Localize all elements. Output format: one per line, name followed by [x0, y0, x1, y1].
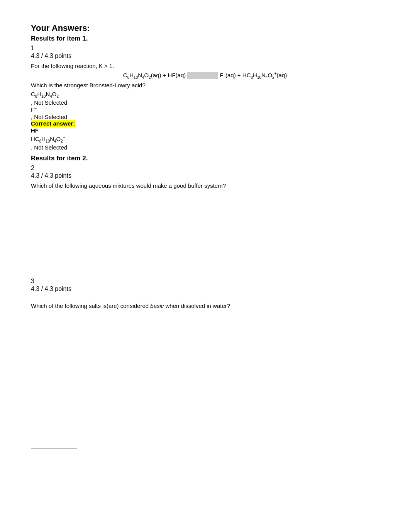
item-1-heading: Results for item 1.: [31, 35, 379, 42]
item-3-points: 4.3 / 4.3 points: [31, 286, 379, 292]
reaction-right: F–(aq) + HC8H10N4O2+(aq): [220, 71, 287, 80]
item-2-number: 2: [31, 165, 379, 172]
correct-answer-line: Correct answer:: [31, 120, 379, 127]
item-2-heading: Results for item 2.: [31, 155, 379, 162]
item-1-points: 4.3 / 4.3 points: [31, 53, 379, 59]
item-2-points: 4.3 / 4.3 points: [31, 172, 379, 179]
item-3-question-pre: Which of the following salts is(are) con…: [31, 303, 150, 309]
option-f-minus-status: , Not Selected: [31, 114, 379, 120]
bottom-divider: [31, 448, 77, 449]
item-1-question-intro: For the following reaction, K > 1.: [31, 63, 379, 69]
item-1-section: Results for item 1. 1 4.3 / 4.3 points F…: [31, 35, 379, 151]
item-3-section: 3 4.3 / 4.3 points Which of the followin…: [31, 278, 379, 309]
reaction-equation: C8H10N4O2(aq) + HF(aq) F–(aq) + HC8H10N4…: [31, 71, 379, 80]
correct-answer-label: Correct answer:: [31, 120, 75, 127]
option-hc8h10n4o2-plus-status: , Not Selected: [31, 144, 379, 151]
reaction-arrow: [187, 72, 218, 79]
item-3-number: 3: [31, 278, 379, 285]
reaction-left: C8H10N4O2(aq) + HF(aq): [123, 72, 186, 80]
page-title: Your Answers:: [31, 23, 379, 33]
item-1-question: Which is the strongest Bronsted-Lowry ac…: [31, 82, 379, 88]
option-c8h10n4o2-label: C8H10N4O2: [31, 91, 59, 97]
correct-answer-value: HF: [31, 127, 379, 134]
option-hc8h10n4o2-plus: HC8H10N4O2+: [31, 135, 379, 143]
item-2-section: Results for item 2. 2 4.3 / 4.3 points W…: [31, 155, 379, 189]
item-3-question-post: when dissolved in water?: [164, 303, 230, 309]
item-3-content-area: [31, 313, 379, 437]
option-hc8h10n4o2-plus-label: HC8H10N4O2+: [31, 136, 65, 142]
item-1-number: 1: [31, 45, 379, 52]
item-2-question: Which of the following aqueous mixtures …: [31, 182, 379, 189]
option-c8h10n4o2: C8H10N4O2: [31, 91, 379, 99]
option-f-minus: F–: [31, 106, 379, 113]
option-c8h10n4o2-status: , Not Selected: [31, 99, 379, 106]
item-3-question-italic: basic: [150, 303, 164, 309]
option-f-minus-label: F–: [31, 106, 37, 113]
item-3-question: Which of the following salts is(are) con…: [31, 303, 379, 309]
item-2-content-area: [31, 193, 379, 278]
